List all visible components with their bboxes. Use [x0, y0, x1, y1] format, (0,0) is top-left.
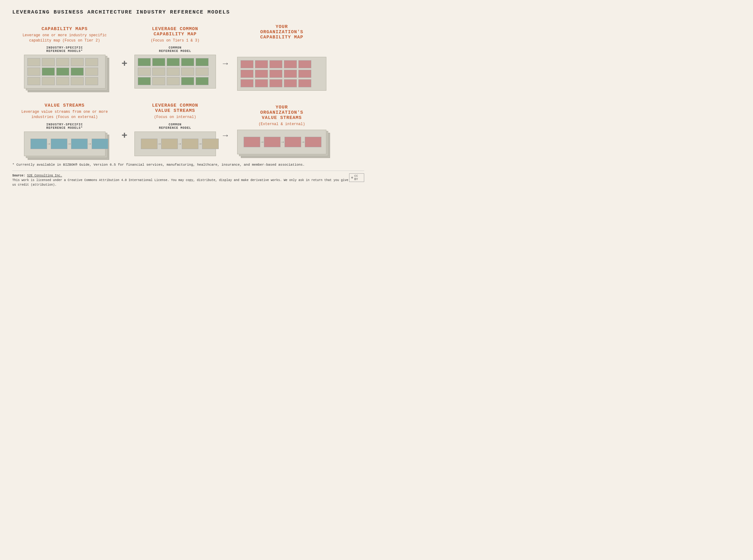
- cap-subtitle-1: Leverage one or more industry specific c…: [12, 33, 117, 43]
- cc-badge: ⊕ cc BY: [349, 173, 364, 182]
- value-streams-col3: YOURORGANIZATION'SVALUE STREAMS (Externa…: [233, 105, 331, 155]
- plus-operator-2: +: [121, 130, 127, 141]
- vs-title-1: VALUE STREAMS: [44, 103, 84, 108]
- cap-diagram-2: [134, 55, 216, 88]
- vs-title-3: YOURORGANIZATION'SVALUE STREAMS: [260, 105, 303, 120]
- value-streams-col1: VALUE STREAMS Leverage value streams fro…: [12, 103, 117, 156]
- vs-diagram-3: → → →: [237, 130, 326, 154]
- source-label: Source:: [12, 174, 25, 177]
- vs-diagram-2: → → →: [134, 132, 216, 156]
- cap-subtitle-2: (Focus on Tiers 1 & 3): [151, 38, 199, 43]
- vs-label-1: INDUSTRY-SPECIFICREFERENCE MODELS*: [46, 123, 83, 130]
- plus-operator-1: +: [121, 58, 127, 69]
- value-streams-row: VALUE STREAMS Leverage value streams fro…: [12, 103, 364, 156]
- value-streams-col2: LEVERAGE COMMONVALUE STREAMS (Focus on i…: [132, 103, 218, 156]
- cc-icon: ⊕: [351, 176, 353, 180]
- vs-diagram-1: → → →: [24, 132, 105, 156]
- vs-subtitle-3: (External & internal): [258, 122, 305, 127]
- cap-title-3: YOURORGANIZATION'SCAPABILITY MAP: [260, 24, 303, 40]
- arrow-operator-2: →: [223, 131, 228, 140]
- vs-subtitle-1: Leverage value streams from one or more …: [12, 109, 117, 120]
- footer: Source: S2E Consulting Inc. This work is…: [12, 171, 364, 187]
- cap-label-2: COMMONREFERENCE MODEL: [159, 46, 191, 53]
- capability-maps-col3: YOURORGANIZATION'SCAPABILITY MAP: [233, 24, 331, 91]
- capability-maps-col1: CAPABILITY MAPS Leverage one or more ind…: [12, 26, 117, 89]
- cap-title-2: LEVERAGE COMMONCAPABILITY MAP: [152, 26, 198, 37]
- cap-title-1: CAPABILITY MAPS: [41, 26, 88, 32]
- vs-label-2: COMMONREFERENCE MODEL: [159, 123, 191, 130]
- cap-diagram-1: [24, 55, 105, 88]
- cc-text: cc BY: [354, 174, 362, 181]
- cap-diagram-3: [237, 57, 326, 91]
- source-link[interactable]: S2E Consulting Inc.: [27, 174, 62, 177]
- footnote: * Currently available in BIZBOK® Guide, …: [12, 162, 364, 168]
- page-title: LEVERAGING BUSINESS ARCHITECTURE INDUSTR…: [12, 9, 364, 15]
- capability-maps-col2: LEVERAGE COMMONCAPABILITY MAP (Focus on …: [132, 26, 218, 89]
- cap-label-1: INDUSTRY-SPECIFICREFERENCE MODELS*: [46, 46, 83, 53]
- content-area: CAPABILITY MAPS Leverage one or more ind…: [12, 24, 364, 156]
- source-text: Source: S2E Consulting Inc. This work is…: [12, 173, 349, 187]
- capability-maps-row: CAPABILITY MAPS Leverage one or more ind…: [12, 24, 364, 91]
- vs-subtitle-2: (Focus on internal): [154, 115, 196, 120]
- arrow-operator-1: →: [223, 59, 228, 68]
- vs-title-2: LEVERAGE COMMONVALUE STREAMS: [152, 103, 198, 114]
- license-description: This work is licensed under a Creative C…: [12, 179, 348, 186]
